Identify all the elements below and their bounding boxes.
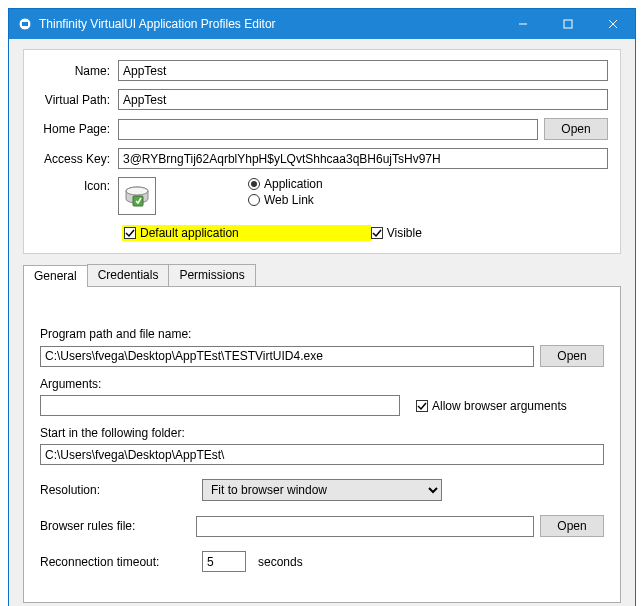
virtual-path-label: Virtual Path: [36,93,118,107]
start-folder-label: Start in the following folder: [40,426,604,440]
browser-rules-label: Browser rules file: [40,519,190,533]
icon-preview[interactable] [118,177,156,215]
tab-permissions[interactable]: Permissions [168,264,255,286]
program-path-input[interactable] [40,346,534,367]
allow-browser-args-checkbox[interactable]: Allow browser arguments [416,399,567,413]
access-key-label: Access Key: [36,152,118,166]
svg-point-7 [126,187,148,195]
application-radio[interactable]: Application [248,177,323,191]
program-path-open-button[interactable]: Open [540,345,604,367]
titlebar: Thinfinity VirtualUI Application Profile… [9,9,635,39]
resolution-label: Resolution: [40,483,190,497]
weblink-radio-label: Web Link [264,193,314,207]
maximize-button[interactable] [545,9,590,39]
profile-panel: Name: Virtual Path: Home Page: Open Acce… [23,49,621,254]
home-page-open-button[interactable]: Open [544,118,608,140]
virtual-path-input[interactable] [118,89,608,110]
reconnection-timeout-input[interactable] [202,551,246,572]
tab-strip: General Credentials Permissions [23,264,621,286]
tab-credentials[interactable]: Credentials [87,264,170,286]
tab-panel-general: Program path and file name: Open Argumen… [23,286,621,603]
reconnection-timeout-label: Reconnection timeout: [40,555,190,569]
weblink-radio[interactable]: Web Link [248,193,323,207]
content-area: Name: Virtual Path: Home Page: Open Acce… [9,39,635,606]
visible-checkbox[interactable]: Visible [371,226,422,240]
disk-icon [122,181,152,211]
start-folder-input[interactable] [40,444,604,465]
type-radio-group: Application Web Link [248,177,323,207]
arguments-label: Arguments: [40,377,604,391]
visible-label: Visible [387,226,422,240]
name-input[interactable] [118,60,608,81]
browser-rules-input[interactable] [196,516,534,537]
app-window: Thinfinity VirtualUI Application Profile… [8,8,636,606]
tab-general[interactable]: General [23,265,88,287]
icon-label: Icon: [36,177,118,193]
close-button[interactable] [590,9,635,39]
default-application-checkbox[interactable]: Default application [124,226,239,240]
access-key-input[interactable] [118,148,608,169]
reconnection-timeout-unit: seconds [258,555,303,569]
program-path-label: Program path and file name: [40,327,604,341]
home-page-input[interactable] [118,119,538,140]
window-buttons [500,9,635,39]
svg-rect-3 [564,20,572,28]
arguments-input[interactable] [40,395,400,416]
svg-rect-8 [133,196,143,206]
application-radio-label: Application [264,177,323,191]
browser-rules-open-button[interactable]: Open [540,515,604,537]
window-title: Thinfinity VirtualUI Application Profile… [39,17,500,31]
allow-browser-args-label: Allow browser arguments [432,399,567,413]
app-icon [17,16,33,32]
default-application-label: Default application [140,226,239,240]
tabs-container: General Credentials Permissions Program … [23,264,621,603]
minimize-button[interactable] [500,9,545,39]
resolution-select[interactable]: Fit to browser window [202,479,442,501]
home-page-label: Home Page: [36,122,118,136]
svg-rect-1 [22,22,28,26]
name-label: Name: [36,64,118,78]
